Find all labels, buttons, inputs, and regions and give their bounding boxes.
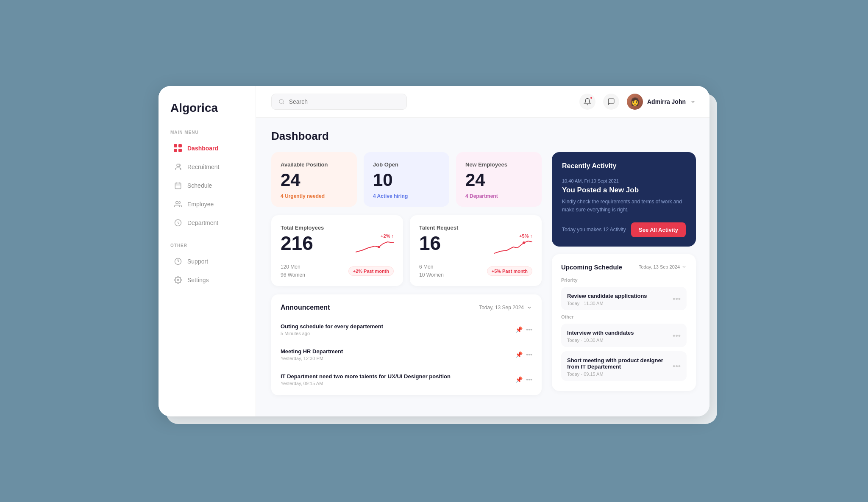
metric-header: 16 +5% ↑ (419, 233, 532, 257)
schedule-item-title: Review candidate applications (567, 293, 647, 299)
more-options-icon[interactable]: ••• (673, 295, 681, 304)
metric-cards: Total Employees 216 +2% ↑ (271, 215, 542, 286)
sidebar-item-settings[interactable]: Settings (169, 272, 245, 288)
schedule-date-selector[interactable]: Today, 13 Sep 2024 (639, 264, 687, 269)
metric-header: 216 +2% ↑ (281, 233, 394, 257)
sidebar-item-schedule[interactable]: Schedule (169, 177, 245, 194)
department-icon (174, 219, 182, 227)
stat-label: Job Open (373, 161, 440, 168)
other-label: Other (561, 314, 687, 319)
sidebar-item-employee[interactable]: Employee (169, 196, 245, 213)
activity-card: Recently Activity 10.40 AM, Fri 10 Sept … (552, 152, 696, 247)
metric-card-total-employees: Total Employees 216 +2% ↑ (271, 215, 403, 286)
sidebar-item-label: Schedule (187, 182, 212, 189)
stat-card-new-employees: New Employees 24 4 Department (456, 152, 542, 207)
svg-point-10 (279, 99, 284, 103)
stat-number: 24 (465, 171, 532, 189)
see-all-activity-button[interactable]: See All Activity (631, 222, 686, 237)
sidebar-item-label: Department (187, 219, 218, 226)
sidebar: Algorica MAIN MENU Dashboard Recruitment (159, 86, 256, 416)
notification-button[interactable] (579, 94, 595, 110)
metric-breakdown: 120 Men 96 Women (281, 263, 305, 279)
activity-count: Today you makes 12 Activity (562, 227, 626, 233)
sidebar-item-dashboard[interactable]: Dashboard (169, 140, 245, 157)
announcement-content: Outing schedule for every departement 5 … (281, 323, 383, 336)
right-column: Recently Activity 10.40 AM, Fri 10 Sept … (552, 152, 696, 395)
metric-breakdown: 6 Men 10 Women (419, 263, 444, 279)
pin-icon[interactable]: 📌 (515, 376, 523, 383)
recruitment-icon (174, 163, 182, 171)
stat-card-job-open: Job Open 10 4 Active hiring (364, 152, 449, 207)
announcement-content: IT Department need two more talents for … (281, 373, 451, 386)
notification-dot (590, 96, 593, 100)
more-options-icon[interactable]: ••• (673, 362, 681, 371)
announcement-content: Meeting HR Department Yesterday, 12:30 P… (281, 348, 343, 361)
left-column: Available Position 24 4 Urgently needed … (271, 152, 542, 395)
more-icon[interactable]: ••• (526, 376, 532, 383)
schedule-item-title: Short meeting with product designer from… (567, 357, 673, 370)
search-input[interactable] (289, 98, 400, 105)
user-name: Admirra John (647, 98, 686, 105)
dashboard-icon (174, 144, 182, 153)
search-box[interactable] (271, 94, 407, 110)
pin-icon[interactable]: 📌 (515, 351, 523, 358)
more-icon[interactable]: ••• (526, 351, 532, 358)
more-options-icon[interactable]: ••• (673, 332, 681, 341)
announcement-card: Announcement Today, 13 Sep 2024 Outing s… (271, 294, 542, 395)
chevron-down-icon (526, 305, 532, 311)
schedule-item-time: Today - 11.30 AM (567, 301, 647, 306)
stat-label: Available Position (281, 161, 348, 168)
avatar: 👩 (627, 94, 643, 110)
svg-point-12 (378, 246, 380, 248)
message-button[interactable] (603, 94, 619, 110)
schedule-item-content: Review candidate applications Today - 11… (567, 293, 647, 306)
schedule-item-interview: Interview with candidates Today - 10.30 … (561, 324, 687, 347)
schedule-item-time: Today - 10.30 AM (567, 338, 634, 343)
svg-rect-1 (175, 183, 181, 189)
stat-sub: 4 Active hiring (373, 193, 440, 199)
chevron-down-icon (682, 264, 687, 269)
activity-card-title: Recently Activity (562, 162, 686, 170)
activity-footer: Today you makes 12 Activity See All Acti… (562, 222, 686, 237)
sidebar-item-recruitment[interactable]: Recruitment (169, 158, 245, 175)
stat-number: 10 (373, 171, 440, 189)
announcement-text: Outing schedule for every departement (281, 323, 383, 330)
metric-trend: +5% ↑ (494, 233, 532, 239)
announcement-title: Announcement (281, 304, 330, 311)
schedule-item-time: Today - 09.15 AM (567, 372, 673, 377)
priority-label: Priority (561, 277, 687, 283)
schedule-item-meeting: Short meeting with product designer from… (561, 351, 687, 381)
stat-label: New Employees (465, 161, 532, 168)
more-icon[interactable]: ••• (526, 326, 532, 333)
announcement-actions: 📌 ••• (515, 376, 532, 383)
svg-point-5 (176, 201, 178, 204)
sidebar-item-label: Dashboard (187, 145, 218, 152)
stat-cards: Available Position 24 4 Urgently needed … (271, 152, 542, 207)
sidebar-item-label: Settings (187, 277, 209, 283)
activity-description: Kindly check the requirements and terms … (562, 198, 686, 214)
date-selector[interactable]: Today, 13 Sep 2024 (479, 305, 532, 311)
svg-point-9 (177, 279, 179, 281)
svg-point-13 (523, 241, 525, 244)
content-grid: Available Position 24 4 Urgently needed … (271, 152, 696, 395)
sidebar-item-department[interactable]: Department (169, 214, 245, 231)
schedule-item-content: Interview with candidates Today - 10.30 … (567, 330, 634, 343)
announcement-text: IT Department need two more talents for … (281, 373, 451, 380)
search-icon (278, 98, 285, 105)
sidebar-item-support[interactable]: Support (169, 253, 245, 270)
schedule-item-content: Short meeting with product designer from… (567, 357, 673, 377)
metric-badge: +5% Past month (487, 266, 532, 276)
metric-label: Talent Request (419, 225, 532, 231)
sidebar-item-label: Support (187, 258, 208, 265)
announcement-header: Announcement Today, 13 Sep 2024 (281, 304, 532, 311)
support-icon (174, 257, 182, 266)
message-icon (607, 98, 615, 105)
pin-icon[interactable]: 📌 (515, 326, 523, 333)
announcement-item: Meeting HR Department Yesterday, 12:30 P… (281, 342, 532, 367)
user-profile[interactable]: 👩 Admirra John (627, 94, 696, 110)
announcement-time: 5 Minutes ago (281, 331, 383, 336)
settings-icon (174, 276, 182, 284)
metric-footer: 120 Men 96 Women +2% Past month (281, 263, 394, 279)
stat-sub: 4 Urgently needed (281, 193, 348, 199)
sparkline-chart (356, 239, 394, 255)
